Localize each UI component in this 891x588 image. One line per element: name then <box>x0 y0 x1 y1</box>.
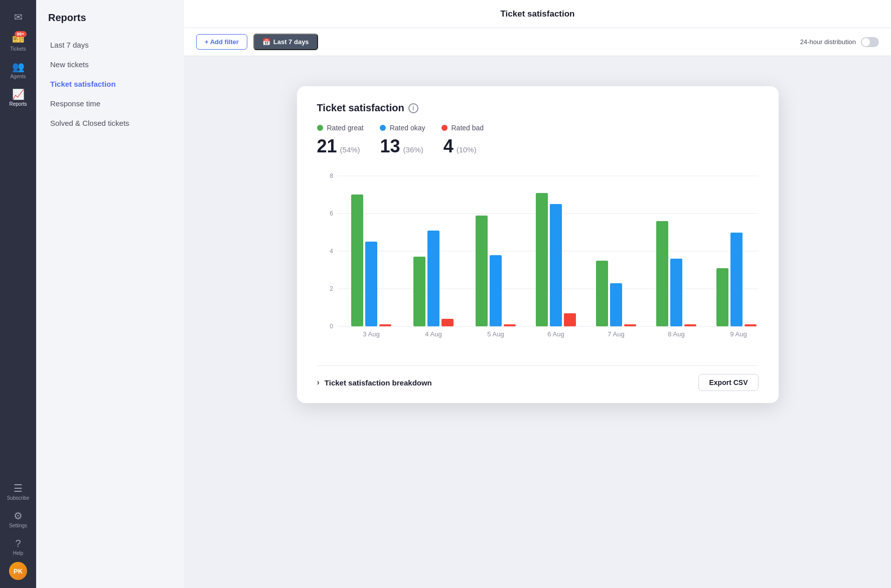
card-footer: › Ticket satisfaction breakdown Export C… <box>317 365 759 391</box>
add-filter-button[interactable]: + Add filter <box>196 34 247 50</box>
svg-text:4: 4 <box>330 248 333 255</box>
sidebar-item-subscribe[interactable]: ☰ Subscribe <box>2 479 34 505</box>
bar-7aug-okay <box>610 283 622 326</box>
reports-label: Reports <box>9 101 27 107</box>
stat-pct-bad: (10%) <box>457 145 477 154</box>
legend-row: Rated great Rated okay Rated bad <box>317 124 759 132</box>
bar-6aug-great <box>536 193 548 326</box>
tickets-badge-container: 🎫 99+ <box>12 34 25 44</box>
legend-item-great: Rated great <box>317 124 364 132</box>
stat-great: 21 (54%) <box>317 136 360 157</box>
sidebar-item-reports[interactable]: 📈 Reports <box>2 85 34 111</box>
settings-icon: ⚙ <box>14 511 23 521</box>
chevron-right-icon: › <box>317 378 320 387</box>
legend-item-bad: Rated bad <box>441 124 484 132</box>
user-avatar[interactable]: PK <box>9 562 27 580</box>
tickets-badge: 99+ <box>15 31 26 37</box>
tickets-label: Tickets <box>10 46 26 52</box>
icon-sidebar: ✉ 🎫 99+ Tickets 👥 Agents 📈 Reports ☰ Sub… <box>0 0 36 588</box>
bar-9aug-great <box>716 268 728 326</box>
sidebar-item-settings[interactable]: ⚙ Settings <box>2 507 34 532</box>
subscribe-label: Subscribe <box>7 495 29 501</box>
bar-7aug-bad <box>624 324 636 326</box>
distribution-label: 24-hour distribution <box>800 38 856 46</box>
legend-dot-okay <box>380 125 386 131</box>
distribution-toggle[interactable] <box>861 37 879 47</box>
nav-item-solvedclosed[interactable]: Solved & Closed tickets <box>44 114 176 132</box>
bar-5aug-great <box>476 216 488 326</box>
nav-item-newtickets[interactable]: New tickets <box>44 55 176 74</box>
export-csv-button[interactable]: Export CSV <box>698 374 758 391</box>
date-range-label: Last 7 days <box>273 38 309 46</box>
settings-label: Settings <box>9 523 27 528</box>
bar-4aug-bad <box>441 319 454 326</box>
legend-label-okay: Rated okay <box>390 124 425 132</box>
legend-item-okay: Rated okay <box>380 124 425 132</box>
sidebar-item-agents[interactable]: 👥 Agents <box>2 58 34 83</box>
svg-text:6: 6 <box>330 210 333 217</box>
breakdown-button[interactable]: › Ticket satisfaction breakdown <box>317 378 432 387</box>
bar-6aug-bad <box>564 313 576 326</box>
svg-text:2: 2 <box>330 285 333 292</box>
stats-row: 21 (54%) 13 (36%) 4 (10%) <box>317 136 759 157</box>
stat-number-great: 21 <box>317 136 337 157</box>
page-title: Ticket satisfaction <box>500 9 574 19</box>
nav-item-responsetime[interactable]: Response time <box>44 94 176 113</box>
bar-3aug-okay <box>365 242 377 326</box>
svg-text:5 Aug: 5 Aug <box>487 330 504 338</box>
svg-text:7 Aug: 7 Aug <box>608 330 624 338</box>
bar-9aug-okay <box>730 233 742 326</box>
bar-5aug-okay <box>490 255 502 326</box>
info-icon[interactable]: i <box>408 103 418 113</box>
mail-icon: ✉ <box>14 12 23 22</box>
nav-item-last7days[interactable]: Last 7 days <box>44 36 176 54</box>
bar-6aug-okay <box>550 204 562 326</box>
calendar-icon: 📅 <box>262 38 270 46</box>
subscribe-icon: ☰ <box>14 483 23 493</box>
chart-card: Ticket satisfaction i Rated great Rated … <box>297 86 779 403</box>
legend-label-great: Rated great <box>327 124 364 132</box>
agents-label: Agents <box>10 74 26 79</box>
bar-8aug-bad <box>684 324 696 326</box>
stat-pct-great: (54%) <box>340 145 360 154</box>
card-title-row: Ticket satisfaction i <box>317 102 759 114</box>
chart-area: 8 6 4 2 0 <box>317 171 759 361</box>
date-range-button[interactable]: 📅 Last 7 days <box>253 34 318 50</box>
stat-number-bad: 4 <box>443 136 454 157</box>
stat-pct-okay: (36%) <box>403 145 423 154</box>
stat-number-okay: 13 <box>380 136 400 157</box>
filter-bar: + Add filter 📅 Last 7 days 24-hour distr… <box>184 28 891 56</box>
agents-icon: 👥 <box>12 62 25 72</box>
help-icon: ? <box>15 538 21 548</box>
svg-text:6 Aug: 6 Aug <box>547 330 564 338</box>
sidebar-item-help[interactable]: ? Help <box>2 534 34 560</box>
legend-label-bad: Rated bad <box>452 124 484 132</box>
sidebar-item-mail[interactable]: ✉ <box>2 8 34 28</box>
svg-text:8 Aug: 8 Aug <box>668 330 684 338</box>
bar-3aug-great <box>351 194 363 326</box>
main-content: Ticket satisfaction + Add filter 📅 Last … <box>184 0 891 588</box>
bar-3aug-bad <box>379 324 391 326</box>
bar-4aug-okay <box>427 231 439 326</box>
legend-dot-great <box>317 125 323 131</box>
reports-icon: 📈 <box>12 89 25 99</box>
legend-dot-bad <box>441 125 448 131</box>
stat-bad: 4 (10%) <box>443 136 477 157</box>
sidebar-item-tickets[interactable]: 🎫 99+ Tickets <box>2 30 34 56</box>
nav-sidebar-title: Reports <box>44 12 176 24</box>
svg-text:8: 8 <box>330 172 333 179</box>
bar-9aug-bad <box>745 324 757 326</box>
svg-text:3 Aug: 3 Aug <box>363 330 379 338</box>
bar-5aug-bad <box>504 324 516 326</box>
bar-8aug-great <box>656 221 668 326</box>
svg-text:9 Aug: 9 Aug <box>730 330 747 338</box>
svg-text:4 Aug: 4 Aug <box>425 330 441 338</box>
card-title: Ticket satisfaction <box>317 102 404 114</box>
bar-8aug-okay <box>670 259 682 326</box>
bar-4aug-great <box>413 257 425 326</box>
nav-item-ticketsatisfaction[interactable]: Ticket satisfaction <box>44 75 176 93</box>
distribution-toggle-container: 24-hour distribution <box>800 37 879 47</box>
content-area: Ticket satisfaction i Rated great Rated … <box>184 56 891 588</box>
top-bar: Ticket satisfaction <box>184 0 891 28</box>
bar-chart: 8 6 4 2 0 <box>317 171 759 341</box>
